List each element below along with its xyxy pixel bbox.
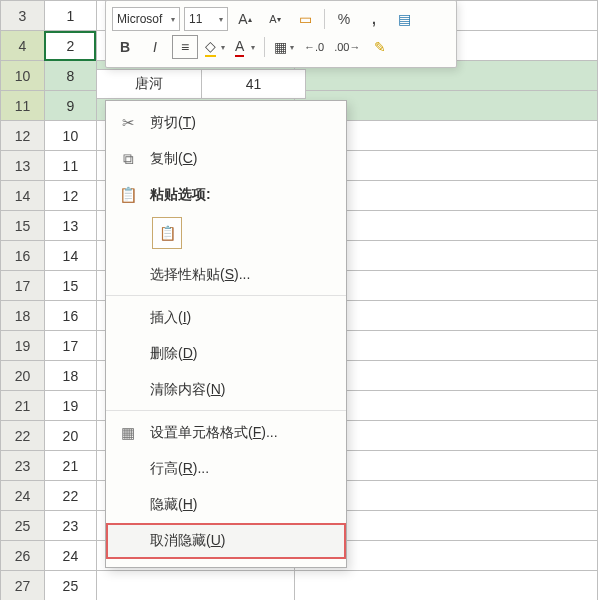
row-header[interactable]: 24	[1, 481, 45, 511]
cell-a[interactable]: 10	[44, 121, 96, 151]
cell-a[interactable]: 9	[44, 91, 96, 121]
borders-button[interactable]: ▦▾	[271, 35, 297, 59]
format-cells-icon: ▦	[118, 423, 138, 443]
row-header[interactable]: 12	[1, 121, 45, 151]
row-header[interactable]: 21	[1, 391, 45, 421]
fill-color-button[interactable]: ◇▾	[202, 35, 228, 59]
menu-hide[interactable]: 隐藏(H)	[106, 487, 346, 523]
italic-button[interactable]: I	[142, 35, 168, 59]
cell-a[interactable]: 25	[44, 571, 96, 601]
cell-a[interactable]: 11	[44, 151, 96, 181]
menu-insert[interactable]: 插入(I)	[106, 295, 346, 336]
cell-a[interactable]: 24	[44, 541, 96, 571]
font-size-combo[interactable]: 11 ▾	[184, 7, 228, 31]
paste-options-row: 📋	[106, 213, 346, 257]
format-painter-button[interactable]: ✎	[367, 35, 393, 59]
menu-label: 行高(R)...	[150, 460, 209, 478]
cell-c10[interactable]: 41	[202, 69, 306, 99]
row-header[interactable]: 3	[1, 1, 45, 31]
row-header[interactable]: 10	[1, 61, 45, 91]
increase-decimal-button[interactable]: ←.0	[301, 35, 327, 59]
menu-label: 复制(C)	[150, 150, 197, 168]
row-header[interactable]: 13	[1, 151, 45, 181]
percent-format-button[interactable]: %	[331, 7, 357, 31]
table-format-button[interactable]: ▤	[391, 7, 417, 31]
menu-label: 设置单元格格式(F)...	[150, 424, 278, 442]
cell-c[interactable]	[294, 571, 598, 601]
cell-a[interactable]: 19	[44, 391, 96, 421]
cell-a[interactable]: 12	[44, 181, 96, 211]
row-header[interactable]: 22	[1, 421, 45, 451]
comma-format-button[interactable]: ,	[361, 7, 387, 31]
menu-row-height[interactable]: 行高(R)...	[106, 451, 346, 487]
mini-format-toolbar: Microsof ▾ 11 ▾ A▴ A▾ ▭ % , ▤ B I ≡ ◇	[105, 0, 457, 68]
menu-label: 清除内容(N)	[150, 381, 225, 399]
font-name-value: Microsof	[117, 12, 162, 26]
visible-data-row: 唐河 41	[96, 69, 306, 99]
cell-a[interactable]: 21	[44, 451, 96, 481]
cell-a[interactable]: 13	[44, 211, 96, 241]
menu-label: 选择性粘贴(S)...	[150, 266, 250, 284]
menu-cut[interactable]: ✂ 剪切(T)	[106, 105, 346, 141]
menu-label: 插入(I)	[150, 309, 191, 327]
chevron-down-icon: ▾	[171, 15, 175, 24]
row-header[interactable]: 20	[1, 361, 45, 391]
menu-label: 取消隐藏(U)	[150, 532, 225, 550]
bold-button[interactable]: B	[112, 35, 138, 59]
divider	[264, 37, 265, 57]
row-header[interactable]: 26	[1, 541, 45, 571]
menu-label: 粘贴选项:	[150, 186, 211, 204]
cell-a[interactable]: 14	[44, 241, 96, 271]
increase-font-button[interactable]: A▴	[232, 7, 258, 31]
cell-a[interactable]: 22	[44, 481, 96, 511]
row-context-menu: ✂ 剪切(T) ⧉ 复制(C) 📋 粘贴选项: 📋 选择性粘贴(S)...	[105, 100, 347, 568]
cell-a[interactable]: 18	[44, 361, 96, 391]
cell-a[interactable]: 17	[44, 331, 96, 361]
row-header[interactable]: 17	[1, 271, 45, 301]
font-color-button[interactable]: A▾	[232, 35, 258, 59]
row-header[interactable]: 14	[1, 181, 45, 211]
row-header[interactable]: 15	[1, 211, 45, 241]
font-size-value: 11	[189, 12, 202, 26]
clipboard-icon: 📋	[118, 185, 138, 205]
menu-label: 隐藏(H)	[150, 496, 197, 514]
menu-label: 删除(D)	[150, 345, 197, 363]
copy-icon: ⧉	[118, 149, 138, 169]
spreadsheet-area: 3142108119121013111412151316141715181619…	[0, 0, 598, 600]
cell-b[interactable]	[96, 571, 294, 601]
divider	[324, 9, 325, 29]
cell-a[interactable]: 1	[44, 1, 96, 31]
cell-a[interactable]: 16	[44, 301, 96, 331]
row-header[interactable]: 4	[1, 31, 45, 61]
decrease-font-button[interactable]: A▾	[262, 7, 288, 31]
menu-label: 剪切(T)	[150, 114, 196, 132]
menu-paste-special[interactable]: 选择性粘贴(S)...	[106, 257, 346, 293]
align-center-button[interactable]: ≡	[172, 35, 198, 59]
menu-format-cells[interactable]: ▦ 设置单元格格式(F)...	[106, 410, 346, 451]
menu-clear-contents[interactable]: 清除内容(N)	[106, 372, 346, 408]
cell-b10[interactable]: 唐河	[96, 69, 202, 99]
menu-unhide[interactable]: 取消隐藏(U)	[106, 523, 346, 559]
row-header[interactable]: 11	[1, 91, 45, 121]
row-header[interactable]: 27	[1, 571, 45, 601]
row-header[interactable]: 18	[1, 301, 45, 331]
row-header[interactable]: 23	[1, 451, 45, 481]
merge-cells-button[interactable]: ▭	[292, 7, 318, 31]
row-header[interactable]: 25	[1, 511, 45, 541]
cell-a[interactable]: 2	[44, 31, 96, 61]
menu-copy[interactable]: ⧉ 复制(C)	[106, 141, 346, 177]
cell-a[interactable]: 23	[44, 511, 96, 541]
font-name-combo[interactable]: Microsof ▾	[112, 7, 180, 31]
row-header[interactable]: 19	[1, 331, 45, 361]
grid-row: 2725	[1, 571, 598, 601]
scissors-icon: ✂	[118, 113, 138, 133]
row-header[interactable]: 16	[1, 241, 45, 271]
cell-a[interactable]: 15	[44, 271, 96, 301]
cell-a[interactable]: 8	[44, 61, 96, 91]
menu-paste-options-title: 📋 粘贴选项:	[106, 177, 346, 213]
paste-option-default[interactable]: 📋	[152, 217, 182, 249]
menu-delete[interactable]: 删除(D)	[106, 336, 346, 372]
cell-a[interactable]: 20	[44, 421, 96, 451]
decrease-decimal-button[interactable]: .00→	[331, 35, 363, 59]
chevron-down-icon: ▾	[219, 15, 223, 24]
